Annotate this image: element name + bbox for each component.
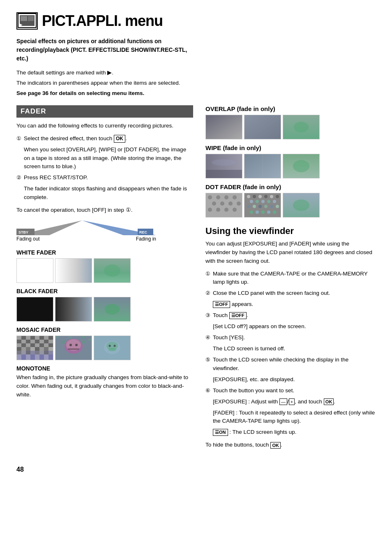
viewfinder-step-6: ⑥ Touch the button you want to set. xyxy=(205,387,376,395)
svg-rect-19 xyxy=(21,336,26,340)
step-2-sub: The fader indicator stops flashing and d… xyxy=(24,185,193,202)
viewfinder-step-3-sub: [Set LCD off?] appears on the screen. xyxy=(213,322,376,331)
svg-rect-24 xyxy=(44,336,48,340)
svg-rect-59 xyxy=(21,354,26,360)
overlap-header: OVERLAP (fade in only) xyxy=(205,105,376,112)
dot-fader-header: DOT FADER (fade in only) xyxy=(205,183,376,190)
svg-rect-2 xyxy=(21,16,27,21)
viewfinder-step-2-text: Close the LCD panel with the screen faci… xyxy=(213,290,330,296)
overlap-thumb-1 xyxy=(205,115,242,139)
svg-rect-3 xyxy=(28,16,34,21)
svg-point-84 xyxy=(108,348,116,351)
ok-box-hide: OK xyxy=(270,442,281,449)
svg-point-98 xyxy=(208,195,212,199)
wipe-thumb-2 xyxy=(244,154,281,178)
ok-box-viewfinder-1: OK xyxy=(324,398,334,405)
svg-point-121 xyxy=(273,200,276,203)
svg-point-112 xyxy=(253,195,256,198)
step-2-text: Press REC START/STOP. xyxy=(24,174,88,181)
plus-box: + xyxy=(289,398,295,405)
wipe-header: WIPE (fade in only) xyxy=(205,144,376,151)
fader-section-header: FADER xyxy=(16,105,193,118)
svg-point-114 xyxy=(264,195,267,198)
svg-rect-20 xyxy=(26,336,30,340)
svg-rect-42 xyxy=(17,347,21,351)
overlap-thumb-2 xyxy=(244,115,281,139)
svg-rect-44 xyxy=(26,347,30,351)
fading-out-label: Fading out xyxy=(16,236,40,242)
svg-rect-61 xyxy=(30,354,35,360)
viewfinder-intro: You can adjust [EXPOSURE] and [FADER] wh… xyxy=(205,240,376,266)
white-fader-thumb-1 xyxy=(16,258,53,283)
lcd-off-badge-2: ☰OFF xyxy=(229,312,247,319)
svg-rect-11 xyxy=(55,259,92,282)
svg-rect-28 xyxy=(26,340,30,343)
overlap-images xyxy=(205,115,376,139)
viewfinder-step-5-text: Touch the LCD screen while checking the … xyxy=(213,357,348,371)
svg-text:REC: REC xyxy=(139,230,148,234)
svg-rect-64 xyxy=(44,354,48,360)
svg-point-115 xyxy=(270,195,273,198)
viewfinder-step-4: ④ Touch [YES]. xyxy=(205,333,376,342)
viewfinder-step-5-sub: [EXPOSURE], etc. are displayed. xyxy=(213,375,376,384)
intro-line1: The default settings are marked with ▶. xyxy=(16,69,189,77)
step-2: ② Press REC START/STOP. xyxy=(16,174,193,182)
hide-buttons-note: To hide the buttons, touch OK. xyxy=(205,441,376,449)
mosaic-fader-thumb-2 xyxy=(55,336,92,360)
svg-point-89 xyxy=(294,122,309,132)
svg-rect-22 xyxy=(35,336,39,340)
svg-rect-48 xyxy=(44,347,48,351)
viewfinder-step-5-content: Touch the LCD screen while checking the … xyxy=(213,356,376,373)
svg-point-13 xyxy=(104,264,120,277)
title-icon-text: ▶ xyxy=(17,13,37,30)
white-fader-thumb-2 xyxy=(55,258,92,283)
col-left: FADER You can add the following effects … xyxy=(16,105,201,454)
minus-box: — xyxy=(279,398,287,405)
svg-point-116 xyxy=(276,195,279,198)
svg-rect-45 xyxy=(30,347,35,351)
lcd-off-badge-1: ☰OFF xyxy=(213,301,230,308)
viewfinder-step-4-text: Touch [YES]. xyxy=(213,334,245,340)
mosaic-fader-header: MOSAIC FADER xyxy=(16,326,193,333)
viewfinder-step-5: ⑤ Touch the LCD screen while checking th… xyxy=(205,356,376,373)
svg-rect-62 xyxy=(35,354,39,360)
svg-point-106 xyxy=(208,208,212,212)
svg-point-119 xyxy=(261,200,265,203)
white-fader-thumb-3 xyxy=(94,258,131,283)
svg-rect-14 xyxy=(55,297,92,321)
svg-point-99 xyxy=(216,195,220,199)
wipe-images xyxy=(205,154,376,178)
svg-point-128 xyxy=(250,211,253,214)
svg-rect-46 xyxy=(35,347,39,351)
svg-rect-25 xyxy=(48,336,53,340)
svg-rect-87 xyxy=(244,115,281,139)
viewfinder-step-3: ③ Touch ☰OFF. xyxy=(205,311,376,320)
dot-fader-thumb-2 xyxy=(244,193,281,218)
viewfinder-steps: ① Make sure that the CAMERA-TAPE or the … xyxy=(205,270,376,437)
svg-point-101 xyxy=(233,195,237,199)
mosaic-fader-images xyxy=(16,336,193,360)
svg-point-100 xyxy=(224,195,228,199)
viewfinder-step-6-sub1: [EXPOSURE] : Adjust with —/+, and touch … xyxy=(213,398,376,406)
svg-point-120 xyxy=(267,200,270,203)
fader-steps: ① Select the desired effect, then touch … xyxy=(16,134,193,202)
svg-rect-52 xyxy=(26,351,30,354)
black-fader-thumb-3 xyxy=(94,297,131,322)
svg-rect-76 xyxy=(69,336,72,338)
dot-fader-images xyxy=(205,193,376,218)
black-fader-header: BLACK FADER xyxy=(16,288,193,294)
svg-rect-37 xyxy=(30,343,35,347)
wipe-thumb-1 xyxy=(205,154,242,178)
svg-rect-38 xyxy=(35,343,39,347)
svg-point-96 xyxy=(293,160,309,172)
monotone-body: When fading in, the picture gradually ch… xyxy=(16,373,193,399)
intro-bold: See page 36 for details on selecting men… xyxy=(16,89,189,98)
viewfinder-step-4-content: Touch [YES]. xyxy=(213,333,376,342)
svg-point-111 xyxy=(247,195,250,198)
viewfinder-step-2: ② Close the LCD panel with the screen fa… xyxy=(205,289,376,298)
fader-body-text: You can add the following effects to cur… xyxy=(16,122,193,130)
svg-rect-43 xyxy=(21,347,26,351)
fader-diagram: STBY REC Fading out Fading in xyxy=(16,220,193,242)
dot-fader-thumb-1 xyxy=(205,193,242,218)
svg-rect-85 xyxy=(206,115,242,139)
